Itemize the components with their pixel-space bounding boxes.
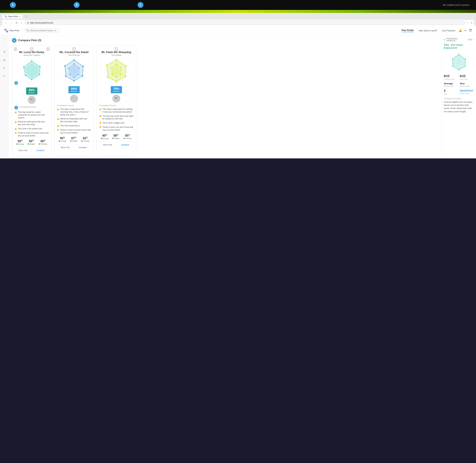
compat-section-leroy: C Combatibility Results 👍 This dog would…: [14, 106, 49, 137]
sidebar-heart-icon[interactable]: ♡: [2, 38, 7, 43]
compat-good-icon: 👍: [57, 125, 59, 127]
compat-item-coconut-3: 👎 Tends to shed a lot and I know that wa…: [57, 129, 91, 134]
compare-title: Compare Pets (3): [18, 39, 41, 42]
match-badge-coconut: 84% MATCH: [68, 86, 80, 93]
profile-stat-metric2: Very Metric Name: [460, 82, 474, 87]
browser-nav: ← → ↻ ⌂ 🔒 http://www.pawprint.pets ☆ ≡: [2, 19, 474, 26]
svg-point-48: [107, 76, 108, 78]
compat-item-flash-1: 👎 This guy has some fears that might be …: [99, 115, 134, 120]
stat-friendly-leroy: 80% Friendly: [39, 139, 47, 145]
pet-subtitle-coconut: The Princess: [57, 54, 91, 56]
panel-arrow-icon[interactable]: ›: [473, 38, 474, 41]
compare-badge: A: [12, 38, 17, 43]
heart-button-flash[interactable]: ♡: [115, 47, 118, 51]
compat-title-leroy: Combatibility Results: [19, 106, 36, 108]
metric2-value: Very: [460, 82, 474, 85]
pet-avatar-emoji-flash: 🐕: [115, 97, 118, 100]
clock-button[interactable]: ⏰: [469, 29, 472, 32]
search-box[interactable]: 🔍: [24, 28, 60, 33]
sidebar-grid-icon[interactable]: ▣: [2, 57, 7, 62]
card-actions-flash: More info Contact: [99, 142, 134, 148]
compat-title-coconut: Combatibility Results: [57, 105, 91, 107]
tab-close-button[interactable]: ✕: [19, 15, 20, 18]
compat-item-leroy-0: 👍 This dog would be a great companion fo…: [14, 111, 49, 119]
svg-point-31: [79, 67, 79, 69]
bell-button[interactable]: 🔔: [459, 29, 462, 32]
svg-point-70: [452, 59, 453, 60]
compat-section-flash: Combatibility Results 👍 This dog is real…: [99, 105, 134, 132]
metric1-label: Metric Name: [444, 85, 458, 87]
nav-links: Paw Finder How does it work? Our Partner…: [402, 29, 455, 32]
more-info-button-coconut[interactable]: More info: [57, 144, 74, 150]
search-input[interactable]: [30, 29, 56, 32]
reload-button[interactable]: ↻: [15, 21, 18, 25]
forward-button[interactable]: →: [9, 21, 13, 25]
compat-item-coconut-2: 👍 Your kids would love it: [57, 124, 91, 127]
contact-button-leroy[interactable]: Contact: [32, 148, 49, 153]
match-section-coconut: 84% MATCH 🐩: [57, 86, 91, 103]
badge-a: A: [10, 2, 16, 8]
metric2-label: Metric Name: [460, 85, 474, 87]
contact-button-coconut[interactable]: Contact: [74, 144, 92, 150]
free-time-value: 6/10: [460, 74, 474, 78]
more-info-button-leroy[interactable]: More info: [14, 148, 32, 153]
heart-button-coconut[interactable]: ♡: [72, 47, 76, 51]
nav-paw-finder[interactable]: Paw Finder: [402, 29, 414, 32]
c-badge-leroy: C: [14, 106, 18, 109]
share-button-leroy[interactable]: ⬡: [47, 47, 49, 51]
compat-good-icon: 👍: [57, 108, 59, 111]
nav-partners[interactable]: Our Partners: [442, 29, 455, 32]
nav-how-it-works[interactable]: How does it work?: [418, 29, 437, 32]
url-bar[interactable]: 🔒 http://www.pawprint.pets: [25, 21, 465, 25]
search-icon: 🔍: [26, 29, 29, 32]
svg-point-69: [452, 66, 453, 67]
stats-row-coconut: 90% Energy 87% Health 82% Friendly: [57, 136, 91, 142]
compat-item-flash-0: 👍 This dog is really great for hunting, …: [99, 108, 134, 113]
more-info-button-flash[interactable]: More info: [99, 142, 116, 148]
match-badge-flash: 78% MATCH: [111, 86, 122, 93]
pet-card-header-flash: Mr. Flash the Sheepdog The Athlete: [99, 51, 134, 56]
match-pct-coconut: 84%: [71, 87, 77, 91]
archetype-desc-title: Archetype Description: [444, 98, 474, 99]
compat-good-icon: 👍: [14, 111, 17, 114]
svg-point-11: [31, 79, 32, 80]
bookmark-button[interactable]: ☆: [467, 21, 469, 24]
profile-icon: ⟳: [444, 38, 446, 41]
back-button[interactable]: ←: [4, 21, 8, 25]
pet-card-header-coconut: Ms. Coconut the Saluki The Princess: [57, 51, 91, 56]
svg-point-30: [74, 63, 75, 64]
pet-avatar-coconut: 🐩: [70, 95, 78, 103]
close-button-leroy[interactable]: ✕: [14, 47, 17, 51]
svg-point-28: [64, 65, 66, 67]
stat-health-coconut: 87% Health: [70, 136, 77, 142]
compat-item-leroy-2: 👍 Your yard is the perfect size: [14, 127, 49, 130]
compat-item-coconut-1: 👍 Would be really great with your kids a…: [57, 117, 91, 123]
svg-point-33: [74, 77, 75, 78]
browser-tab[interactable]: 🐾 Paw–Print ✕: [2, 14, 23, 18]
compat-item-leroy-3: 👎 Tends to shed a lot and I know that wa…: [14, 132, 49, 137]
stats-row-leroy: 90% Energy 95% Health 80% Friendly: [14, 139, 49, 145]
home-button[interactable]: ⌂: [20, 21, 23, 25]
profile-stat-kids: 3 Kids: [444, 89, 458, 95]
panel-hide-button[interactable]: HIDE: [467, 38, 472, 41]
sidebar-list-icon[interactable]: ⊞: [2, 65, 6, 71]
heart-button-leroy[interactable]: ♡: [30, 47, 33, 51]
svg-point-54: [116, 77, 117, 78]
compat-title-flash: Combatibility Results: [99, 105, 134, 107]
match-section-flash: 78% MATCH 🐕: [99, 86, 134, 103]
app-header: 🐾 Paw–Print 🔍 Paw Finder How does it wor…: [0, 26, 476, 36]
svg-point-56: [111, 67, 112, 69]
new-tab-button[interactable]: □: [24, 14, 28, 18]
home-label: Home Type: [460, 92, 474, 94]
mail-button[interactable]: ✉: [464, 29, 467, 32]
metric1-value: Average: [444, 82, 458, 85]
sidebar-settings-icon[interactable]: ⚙: [2, 74, 7, 79]
sidebar-compare-icon[interactable]: ⟲: [2, 49, 6, 54]
contact-button-flash[interactable]: Contact: [116, 142, 134, 148]
radar-flash: [99, 58, 134, 84]
svg-point-9: [39, 66, 41, 67]
svg-point-32: [78, 74, 79, 75]
browser-menu-button[interactable]: ≡: [471, 21, 472, 24]
left-sidebar: ♡ ⟲ ▣ ⊞ ⚙: [0, 36, 9, 158]
stat-friendly-flash: 85% Friendly: [123, 134, 132, 139]
